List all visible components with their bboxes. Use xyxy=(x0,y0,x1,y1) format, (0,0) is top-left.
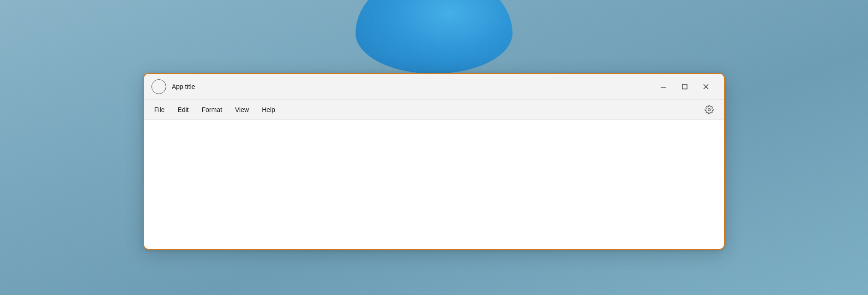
menu-item-edit[interactable]: Edit xyxy=(171,103,195,116)
app-title: App title xyxy=(172,83,195,90)
menu-item-file[interactable]: File xyxy=(148,103,171,116)
title-bar-controls xyxy=(653,79,717,94)
app-window: App title xyxy=(143,73,725,250)
close-button[interactable] xyxy=(695,79,717,94)
menu-item-format[interactable]: Format xyxy=(195,103,229,116)
app-icon xyxy=(151,79,166,94)
menu-items: File Edit Format View Help xyxy=(148,103,702,116)
title-bar: App title xyxy=(144,74,724,100)
menu-bar-right xyxy=(702,102,720,117)
svg-rect-1 xyxy=(682,84,687,89)
menu-bar: File Edit Format View Help xyxy=(144,100,724,120)
content-area xyxy=(144,120,724,249)
title-bar-left: App title xyxy=(151,79,653,94)
window-wrapper: App title xyxy=(143,73,725,250)
menu-item-view[interactable]: View xyxy=(229,103,255,116)
menu-item-help[interactable]: Help xyxy=(255,103,282,116)
maximize-button[interactable] xyxy=(674,79,695,94)
minimize-button[interactable] xyxy=(653,79,674,94)
desktop-blob xyxy=(356,0,512,74)
settings-icon[interactable] xyxy=(702,102,717,117)
